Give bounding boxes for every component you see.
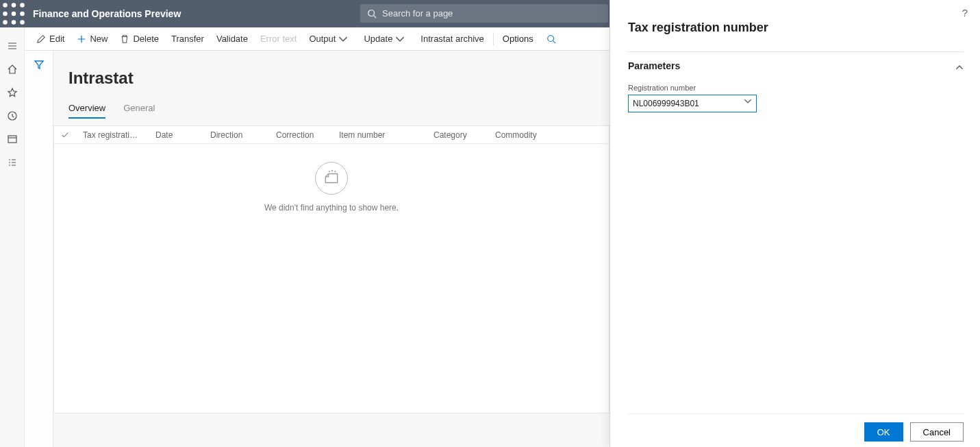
cancel-button[interactable]: Cancel	[910, 422, 964, 442]
column-header[interactable]: Item number	[332, 130, 427, 140]
intrastat-archive-button[interactable]: Intrastat archive	[414, 27, 490, 51]
app-title: Finance and Operations Preview	[33, 8, 181, 19]
plus-icon	[77, 34, 86, 44]
svg-point-9	[368, 10, 375, 16]
pencil-icon	[36, 34, 46, 44]
section-collapse-icon[interactable]	[955, 60, 964, 73]
column-header[interactable]: Date	[149, 130, 203, 140]
parameters-section: Parameters Registration number NL0069999…	[628, 51, 964, 112]
page-title: Intrastat	[68, 69, 610, 88]
nav-favorites-icon[interactable]	[0, 81, 25, 104]
column-header[interactable]: Tax registration num...	[76, 130, 149, 140]
nav-workspaces-icon[interactable]	[0, 128, 25, 151]
svg-rect-14	[8, 136, 16, 143]
column-header[interactable]: Commodity	[488, 130, 557, 140]
svg-point-5	[20, 12, 25, 16]
search-icon	[546, 34, 556, 44]
grid-empty-state: We didn't find anything to show here.	[54, 144, 609, 213]
tab-overview[interactable]: Overview	[68, 100, 105, 119]
svg-point-11	[547, 35, 553, 41]
select-all-checkbox[interactable]	[54, 131, 76, 139]
svg-point-7	[12, 20, 16, 25]
app-launcher-icon[interactable]	[0, 0, 27, 27]
svg-point-4	[12, 12, 16, 16]
empty-state-message: We didn't find anything to show here.	[264, 203, 399, 213]
column-header[interactable]: Correction	[269, 130, 332, 140]
nav-modules-icon[interactable]	[0, 151, 25, 174]
dialog-buttons: OK Cancel	[628, 413, 964, 447]
chevron-down-icon	[395, 34, 405, 44]
dialog-panel: ? Tax registration number Parameters Reg…	[610, 0, 980, 447]
nav-recent-icon[interactable]	[0, 104, 25, 128]
svg-point-15	[329, 171, 330, 172]
separator	[493, 32, 494, 46]
tabs: Overview General	[68, 100, 610, 119]
nav-expand-button[interactable]	[0, 34, 25, 58]
svg-line-10	[374, 15, 377, 18]
action-bar: Edit New Delete Transfer Validate Error …	[0, 27, 610, 51]
chevron-down-icon	[338, 34, 348, 44]
registration-number-field: Registration number NL006999943B01	[628, 84, 757, 112]
dialog-title: Tax registration number	[628, 21, 964, 35]
field-value: NL006999943B01	[633, 99, 699, 108]
help-icon[interactable]: ?	[962, 7, 968, 19]
search-icon	[367, 9, 377, 19]
new-button[interactable]: New	[71, 27, 114, 51]
filter-rail	[25, 51, 53, 447]
svg-point-16	[331, 170, 333, 171]
svg-point-3	[3, 12, 8, 16]
empty-state-icon	[315, 162, 348, 195]
column-header[interactable]: Direction	[203, 130, 269, 140]
svg-point-2	[20, 3, 25, 8]
section-title: Parameters	[628, 60, 964, 71]
chevron-down-icon	[744, 99, 752, 104]
options-button[interactable]: Options	[497, 27, 540, 51]
update-button[interactable]: Update	[357, 27, 414, 51]
left-navigation-rail	[0, 27, 25, 447]
nav-home-icon[interactable]	[0, 58, 25, 81]
main-content: Intrastat Overview General Tax registrat…	[53, 51, 610, 447]
svg-point-8	[20, 20, 25, 25]
svg-point-6	[3, 20, 8, 25]
column-header[interactable]: Category	[427, 130, 488, 140]
transfer-button[interactable]: Transfer	[165, 27, 210, 51]
output-button[interactable]: Output	[303, 27, 357, 51]
svg-point-17	[334, 171, 336, 172]
delete-button[interactable]: Delete	[114, 27, 165, 51]
svg-line-12	[553, 40, 555, 43]
filter-icon[interactable]	[34, 59, 45, 447]
tab-general[interactable]: General	[123, 100, 155, 119]
validate-button[interactable]: Validate	[210, 27, 254, 51]
global-search[interactable]	[360, 4, 608, 23]
global-search-input[interactable]	[382, 8, 601, 19]
data-grid: Tax registration num... Date Direction C…	[53, 125, 610, 413]
error-text-button: Error text	[254, 27, 303, 51]
edit-button[interactable]: Edit	[30, 27, 71, 51]
page-search-button[interactable]	[540, 27, 566, 51]
registration-number-input[interactable]: NL006999943B01	[628, 95, 757, 112]
grid-header: Tax registration num... Date Direction C…	[54, 126, 609, 144]
ok-button[interactable]: OK	[864, 422, 903, 442]
field-label: Registration number	[628, 84, 757, 92]
trash-icon	[120, 34, 129, 44]
svg-point-1	[12, 3, 16, 8]
svg-point-0	[3, 3, 8, 8]
